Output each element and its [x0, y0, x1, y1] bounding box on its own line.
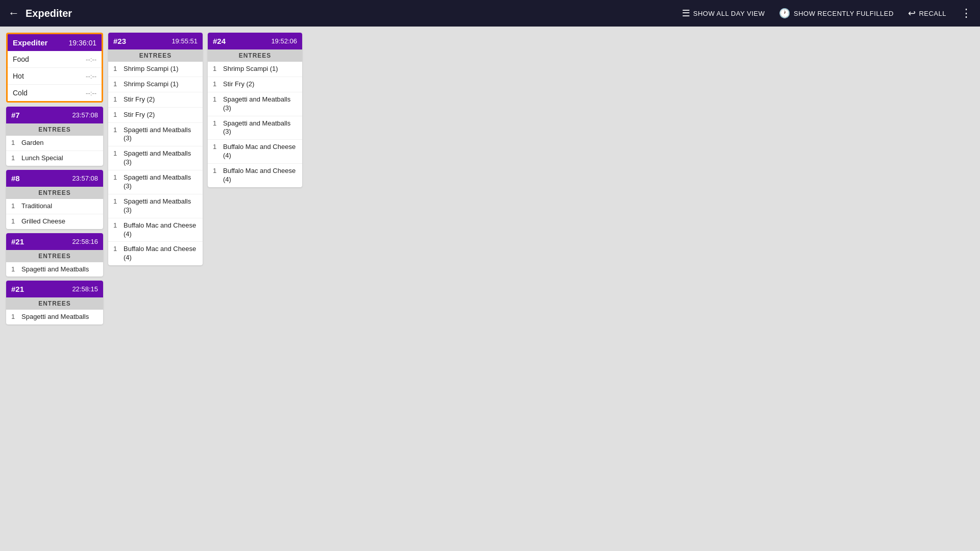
item-name: Stir Fry (2) [223, 80, 254, 89]
ticket-23[interactable]: #23 19:55:51 ENTREES 1 Shrimp Scampi (1)… [108, 33, 203, 265]
order-card-8[interactable]: #8 23:57:08 ENTREES 1 Traditional 1 Gril… [6, 170, 103, 229]
order-time-21b: 22:58:15 [72, 285, 98, 293]
item-name: Buffalo Mac and Cheese (4) [223, 143, 297, 160]
item-name: Spagetti and Meatballs (3) [124, 126, 198, 143]
recall-label: RECALL [919, 10, 946, 17]
order-time-21a: 22:58:16 [72, 238, 98, 245]
item-qty: 1 [11, 217, 17, 225]
item-name: Spagetti and Meatballs (3) [223, 95, 297, 113]
show-all-day-label: SHOW ALL DAY VIEW [693, 10, 765, 17]
order-item: 1 Grilled Cheese [6, 214, 103, 229]
ticket-24-header: #24 19:52:06 [208, 33, 302, 49]
item-name: Shrimp Scampi (1) [223, 65, 278, 73]
main-content: Expediter 19:36:01 Food --:-- Hot --:-- … [0, 27, 980, 551]
item-qty: 1 [113, 80, 119, 88]
item-qty: 1 [113, 95, 119, 103]
item-qty: 1 [113, 221, 119, 229]
order-item: 1 Garden [6, 136, 103, 151]
item-name: Buffalo Mac and Cheese (4) [124, 221, 198, 239]
item-qty: 1 [213, 80, 219, 88]
item-qty: 1 [11, 154, 17, 162]
item-name: Spagetti and Meatballs (3) [124, 149, 198, 167]
left-column: Expediter 19:36:01 Food --:-- Hot --:-- … [6, 33, 103, 324]
item-qty: 1 [11, 265, 17, 273]
order-item: 1 Shrimp Scampi (1) [108, 77, 203, 92]
item-qty: 1 [213, 143, 219, 151]
ticket-24[interactable]: #24 19:52:06 ENTREES 1 Shrimp Scampi (1)… [208, 33, 302, 187]
order-item: 1 Spagetti and Meatballs (3) [108, 170, 203, 194]
cold-time: --:-- [86, 89, 96, 97]
order-number-21a: #21 [11, 237, 24, 246]
item-qty: 1 [213, 119, 219, 127]
order-item: 1 Stir Fry (2) [208, 77, 302, 92]
item-name: Stir Fry (2) [124, 95, 155, 104]
order-item: 1 Buffalo Mac and Cheese (4) [108, 218, 203, 242]
item-qty: 1 [11, 202, 17, 210]
order-number-8: #8 [11, 174, 20, 183]
order-item: 1 Traditional [6, 199, 103, 214]
order-item: 1 Spagetti and Meatballs (3) [208, 92, 302, 116]
order-item: 1 Stir Fry (2) [108, 108, 203, 123]
ticket-24-section: ENTREES [208, 49, 302, 62]
expediter-label: Expediter [13, 38, 47, 47]
order-header-21b: #21 22:58:15 [6, 281, 103, 297]
topbar-actions: ☰ SHOW ALL DAY VIEW 🕐 SHOW RECENTLY FULF… [682, 7, 972, 20]
app-title: Expediter [26, 8, 72, 19]
section-label-21a-entrees: ENTREES [6, 250, 103, 262]
more-options-button[interactable]: ⋮ [961, 7, 972, 20]
item-name: Garden [21, 139, 43, 147]
food-label: Food [13, 55, 29, 63]
order-time-7: 23:57:08 [72, 111, 98, 119]
order-item: 1 Shrimp Scampi (1) [108, 62, 203, 77]
item-qty: 1 [113, 173, 119, 181]
order-item: 1 Stir Fry (2) [108, 92, 203, 108]
expediter-row-cold[interactable]: Cold --:-- [8, 85, 102, 101]
clock-icon: 🕐 [779, 8, 791, 19]
item-name: Spagetti and Meatballs [21, 313, 89, 321]
order-item: 1 Spagetti and Meatballs (3) [108, 123, 203, 147]
order-card-7[interactable]: #7 23:57:08 ENTREES 1 Garden 1 Lunch Spe… [6, 107, 103, 166]
topbar: ← Expediter ☰ SHOW ALL DAY VIEW 🕐 SHOW R… [0, 0, 980, 27]
item-qty: 1 [113, 126, 119, 134]
back-button[interactable]: ← [8, 7, 19, 20]
item-qty: 1 [11, 139, 17, 146]
expediter-rows: Food --:-- Hot --:-- Cold --:-- [8, 51, 102, 101]
item-name: Spagetti and Meatballs (3) [124, 173, 198, 191]
item-name: Spagetti and Meatballs (3) [223, 119, 297, 137]
order-card-21b[interactable]: #21 22:58:15 ENTREES 1 Spagetti and Meat… [6, 281, 103, 324]
cold-label: Cold [13, 89, 28, 97]
order-card-21a[interactable]: #21 22:58:16 ENTREES 1 Spagetti and Meat… [6, 233, 103, 277]
item-name: Grilled Cheese [21, 217, 65, 226]
order-header-7: #7 23:57:08 [6, 107, 103, 123]
expediter-row-hot[interactable]: Hot --:-- [8, 68, 102, 85]
ticket-23-time: 19:55:51 [172, 37, 198, 45]
item-qty: 1 [113, 65, 119, 72]
hot-time: --:-- [86, 72, 96, 80]
ticket-23-section: ENTREES [108, 49, 203, 62]
show-all-day-button[interactable]: ☰ SHOW ALL DAY VIEW [682, 8, 765, 19]
order-number-7: #7 [11, 111, 20, 119]
item-qty: 1 [11, 313, 17, 320]
list-icon: ☰ [682, 8, 691, 19]
item-qty: 1 [113, 149, 119, 157]
expediter-panel: Expediter 19:36:01 Food --:-- Hot --:-- … [6, 33, 103, 103]
ticket-23-header: #23 19:55:51 [108, 33, 203, 49]
expediter-row-food[interactable]: Food --:-- [8, 51, 102, 68]
order-item: 1 Spagetti and Meatballs (3) [108, 194, 203, 218]
ticket-24-time: 19:52:06 [271, 37, 297, 45]
item-qty: 1 [113, 111, 119, 118]
ticket-23-number: #23 [113, 37, 126, 45]
item-name: Shrimp Scampi (1) [124, 65, 179, 73]
item-name: Spagetti and Meatballs (3) [124, 197, 198, 215]
order-item: 1 Buffalo Mac and Cheese (4) [208, 164, 302, 187]
recall-button[interactable]: ↩ RECALL [908, 8, 946, 19]
show-recently-fulfilled-button[interactable]: 🕐 SHOW RECENTLY FULFILLED [779, 8, 893, 19]
order-time-8: 23:57:08 [72, 174, 98, 182]
item-name: Shrimp Scampi (1) [124, 80, 179, 89]
ticket-24-number: #24 [213, 37, 226, 45]
item-name: Buffalo Mac and Cheese (4) [223, 167, 297, 184]
item-name: Spagetti and Meatballs [21, 265, 89, 274]
order-number-21b: #21 [11, 285, 24, 293]
item-qty: 1 [113, 197, 119, 205]
order-item: 1 Spagetti and Meatballs (3) [208, 116, 302, 140]
